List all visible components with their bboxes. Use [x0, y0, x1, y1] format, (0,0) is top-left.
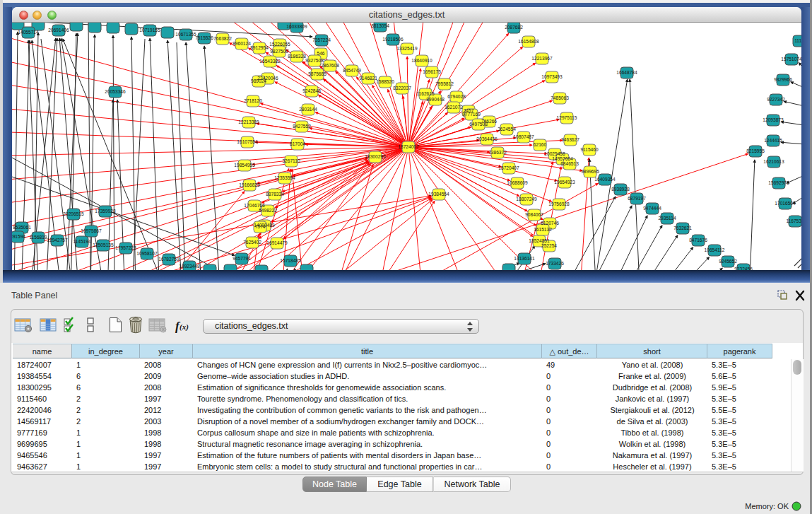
svg-text:10025458: 10025458: [544, 151, 565, 156]
svg-text:16914479: 16914479: [266, 240, 288, 245]
svg-text:7574: 7574: [255, 224, 266, 229]
svg-text:1167533: 1167533: [786, 218, 801, 223]
svg-text:9227342: 9227342: [767, 97, 785, 102]
svg-text:817004: 817004: [290, 141, 305, 146]
svg-text:18300295: 18300295: [365, 154, 386, 159]
svg-text:17957223: 17957223: [115, 245, 136, 250]
svg-text:1145194: 1145194: [73, 239, 91, 244]
svg-text:9474444: 9474444: [643, 206, 661, 211]
svg-text:9463627: 9463627: [561, 137, 579, 142]
svg-text:8322037: 8322037: [393, 86, 411, 90]
svg-text:9084067: 9084067: [525, 212, 543, 217]
svg-text:1696175: 1696175: [423, 69, 441, 74]
svg-text:1733426: 1733426: [546, 261, 564, 266]
svg-text:16648784: 16648784: [616, 70, 637, 75]
svg-text:2087682: 2087682: [505, 25, 523, 30]
svg-text:18640910: 18640910: [411, 58, 433, 63]
svg-text:17046766: 17046766: [244, 203, 265, 208]
svg-text:8813054: 8813054: [371, 23, 389, 28]
svg-text:9115460: 9115460: [580, 147, 599, 152]
svg-text:8878334: 8878334: [266, 192, 284, 197]
svg-text:12353594: 12353594: [274, 175, 295, 180]
svg-text:16543382: 16543382: [259, 59, 281, 64]
svg-text:19756928: 19756928: [548, 201, 570, 206]
svg-text:12505135: 12505135: [93, 243, 114, 247]
svg-text:15226055: 15226055: [269, 42, 290, 47]
svg-text:14136141: 14136141: [514, 256, 535, 261]
svg-text:20206515: 20206515: [63, 211, 84, 216]
svg-text:9777169: 9777169: [462, 112, 481, 117]
svg-text:12213389: 12213389: [238, 119, 259, 124]
svg-text:7485063: 7485063: [551, 95, 569, 100]
svg-text:8454749: 8454749: [343, 68, 361, 73]
svg-text:8215955: 8215955: [746, 148, 765, 153]
svg-text:9146821: 9146821: [359, 76, 377, 81]
svg-text:9827500: 9827500: [270, 49, 288, 54]
svg-text:14055714: 14055714: [18, 30, 39, 35]
svg-text:16210613: 16210613: [763, 159, 784, 164]
svg-text:2867608: 2867608: [321, 63, 339, 68]
svg-text:7955812: 7955812: [435, 81, 454, 86]
svg-text:18807249: 18807249: [516, 197, 537, 201]
svg-text:2803144: 2803144: [299, 107, 317, 112]
svg-text:9899695: 9899695: [581, 169, 599, 174]
svg-text:16033809: 16033809: [286, 24, 307, 29]
svg-text:6879197: 6879197: [628, 196, 646, 201]
svg-text:19166825: 19166825: [239, 182, 260, 187]
svg-text:1588520: 1588520: [376, 79, 394, 84]
svg-text:8938928: 8938928: [611, 187, 630, 192]
svg-text:16782759: 16782759: [158, 257, 180, 262]
svg-text:1615132: 1615132: [534, 227, 552, 232]
svg-text:9245652: 9245652: [719, 259, 737, 264]
svg-text:8471676: 8471676: [689, 238, 707, 243]
svg-text:8990448: 8990448: [426, 97, 445, 102]
svg-text:2718120: 2718120: [244, 98, 262, 103]
svg-text:5498222: 5498222: [259, 208, 277, 213]
svg-text:989024: 989024: [251, 78, 266, 83]
svg-text:7625402: 7625402: [243, 240, 261, 245]
svg-text:391594: 391594: [12, 234, 25, 239]
svg-text:13325419: 13325419: [396, 46, 418, 51]
svg-text:12975115: 12975115: [557, 115, 577, 120]
svg-text:7386372: 7386372: [488, 150, 507, 155]
svg-text:20364436: 20364436: [476, 136, 498, 141]
svg-text:20053346: 20053346: [105, 89, 126, 94]
svg-text:9332456: 9332456: [734, 267, 753, 270]
svg-text:10923448: 10923448: [179, 264, 200, 269]
svg-text:17359928: 17359928: [95, 209, 116, 214]
svg-text:8960124: 8960124: [233, 41, 251, 46]
svg-text:10719155: 10719155: [139, 28, 160, 33]
svg-text:8535061: 8535061: [13, 225, 31, 230]
svg-text:16409354: 16409354: [594, 177, 616, 182]
svg-text:15720407: 15720407: [498, 165, 519, 170]
svg-text:7357224: 7357224: [312, 37, 331, 42]
svg-text:19384554: 19384554: [428, 192, 449, 197]
svg-text:9327508: 9327508: [305, 58, 324, 63]
svg-text:1621072: 1621072: [445, 105, 463, 110]
svg-text:546: 546: [317, 51, 324, 56]
svg-text:6120746: 6120746: [541, 221, 559, 226]
svg-text:9457791: 9457791: [233, 256, 251, 261]
svg-text:18524851: 18524851: [529, 238, 550, 243]
svg-text:19854955: 19854955: [234, 163, 255, 168]
svg-text:12093873: 12093873: [763, 117, 784, 122]
svg-text:6497508: 6497508: [469, 122, 488, 127]
svg-text:62160: 62160: [534, 142, 547, 147]
svg-text:16107554: 16107554: [237, 139, 258, 144]
svg-text:3267110: 3267110: [282, 158, 300, 163]
svg-text:1112: 1112: [794, 38, 801, 43]
svg-text:1156819: 1156819: [29, 235, 47, 240]
svg-text:15751074: 15751074: [781, 57, 801, 62]
svg-text:20691406: 20691406: [48, 28, 69, 33]
svg-text:6846513: 6846513: [560, 161, 579, 166]
svg-text:10654112: 10654112: [705, 247, 725, 252]
svg-text:15692971: 15692971: [768, 180, 789, 185]
svg-text:10975867: 10975867: [81, 228, 102, 233]
svg-text:7515526: 7515526: [195, 35, 213, 40]
svg-text:252254: 252254: [541, 243, 557, 248]
svg-text:1162615: 1162615: [416, 91, 435, 96]
svg-text:9329966: 9329966: [774, 77, 792, 82]
svg-text:10958107: 10958107: [136, 251, 158, 256]
svg-text:9242848: 9242848: [302, 88, 321, 93]
svg-text:2935114: 2935114: [658, 216, 676, 221]
